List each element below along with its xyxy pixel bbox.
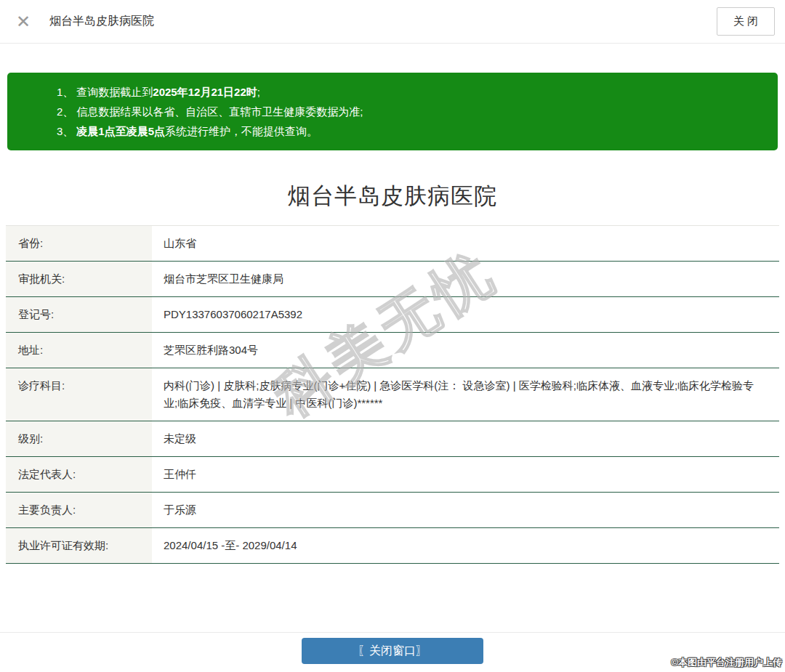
notice-banner: 1、查询数据截止到2025年12月21日22时; 2、信息数据结果以各省、自治区…	[7, 73, 778, 150]
info-table: 省份: 山东省 审批机关: 烟台市芝罘区卫生健康局 登记号: PDY133760…	[6, 225, 779, 564]
notice-number: 2、	[57, 105, 73, 118]
row-value: 王仲仟	[152, 457, 779, 492]
row-value: 山东省	[152, 226, 779, 261]
notice-number: 1、	[57, 86, 73, 98]
notice-text-bold: 凌晨1点至凌晨5点	[76, 125, 165, 137]
table-row-medical-subjects: 诊疗科目: 内科(门诊) | 皮肤科;皮肤病专业(门诊+住院) | 急诊医学科(…	[6, 368, 779, 421]
row-label: 省份:	[6, 226, 152, 261]
row-value: 芝罘区胜利路304号	[152, 333, 779, 368]
row-label: 主要负责人:	[6, 493, 152, 527]
row-label: 登记号:	[6, 297, 152, 332]
table-row-license-validity: 执业许可证有效期: 2024/04/15 -至- 2029/04/14	[6, 528, 779, 564]
table-row-legal-representative: 法定代表人: 王仲仟	[6, 457, 779, 493]
row-value: PDY13376037060217A5392	[152, 297, 779, 332]
notice-line-2: 2、信息数据结果以各省、自治区、直辖市卫生健康委数据为准;	[57, 102, 763, 121]
close-icon[interactable]: ✕	[16, 13, 31, 31]
table-row-province: 省份: 山东省	[6, 226, 779, 262]
row-label: 法定代表人:	[6, 457, 152, 492]
notice-text: 查询数据截止到	[76, 86, 153, 98]
table-row-registration-number: 登记号: PDY13376037060217A5392	[6, 297, 779, 333]
row-value: 2024/04/15 -至- 2029/04/14	[152, 528, 779, 563]
row-label: 诊疗科目:	[6, 368, 152, 421]
table-row-approval-authority: 审批机关: 烟台市芝罘区卫生健康局	[6, 262, 779, 297]
notice-text: 信息数据结果以各省、自治区、直辖市卫生健康委数据为准;	[76, 105, 363, 118]
row-label: 地址:	[6, 333, 152, 368]
footer-divider	[0, 632, 785, 633]
close-button[interactable]: 关 闭	[717, 7, 775, 36]
notice-text: ;	[257, 86, 260, 98]
table-row-address: 地址: 芝罘区胜利路304号	[6, 333, 779, 368]
notice-text-bold: 2025年12月21日22时	[153, 86, 257, 98]
row-value: 烟台市芝罘区卫生健康局	[152, 262, 779, 296]
notice-line-1: 1、查询数据截止到2025年12月21日22时;	[57, 82, 763, 102]
upload-attribution-note: ©本图由平台注册用户上传	[671, 656, 782, 669]
window-title: 烟台半岛皮肤病医院	[49, 14, 154, 29]
row-value: 内科(门诊) | 皮肤科;皮肤病专业(门诊+住院) | 急诊医学科(注： 设急诊…	[152, 368, 779, 421]
row-value: 未定级	[152, 421, 779, 456]
page-title: 烟台半岛皮肤病医院	[0, 181, 785, 211]
row-label: 执业许可证有效期:	[6, 528, 152, 563]
top-bar: ✕ 烟台半岛皮肤病医院 关 闭	[0, 0, 785, 44]
table-row-principal: 主要负责人: 于乐源	[6, 493, 779, 528]
close-window-button[interactable]: 〖关闭窗口〗	[302, 638, 483, 664]
table-row-level: 级别: 未定级	[6, 421, 779, 457]
notice-text: 系统进行维护，不能提供查询。	[165, 125, 318, 137]
row-value: 于乐源	[152, 493, 779, 527]
notice-line-3: 3、凌晨1点至凌晨5点系统进行维护，不能提供查询。	[57, 121, 763, 141]
row-label: 级别:	[6, 421, 152, 456]
notice-number: 3、	[57, 125, 73, 137]
row-label: 审批机关:	[6, 262, 152, 296]
